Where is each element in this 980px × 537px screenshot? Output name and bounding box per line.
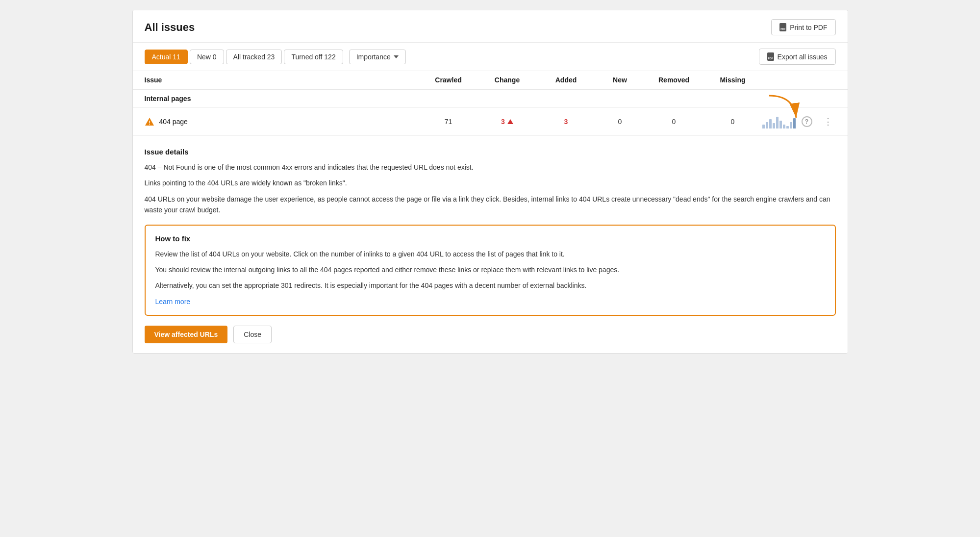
col-added: Added	[537, 76, 596, 84]
page-header: All issues Print to PDF	[133, 10, 848, 43]
how-to-fix-paragraph-2: You should review the internal outgoing …	[155, 264, 825, 275]
tab-turned-off[interactable]: Turned off 122	[284, 50, 343, 64]
col-new: New	[596, 76, 645, 84]
chevron-down-icon	[394, 55, 399, 58]
action-buttons: View affected URLs Close	[145, 326, 836, 343]
detail-paragraph-3: 404 URLs on your website damage the user…	[145, 194, 836, 216]
col-crawled: Crawled	[419, 76, 478, 84]
sparkline-bar	[783, 125, 785, 128]
sparkline-bar	[790, 122, 792, 128]
detail-panel: Issue details 404 – Not Found is one of …	[133, 136, 848, 353]
table-row[interactable]: ! 404 page 71 3 3 0 0 0 ? ⋮	[133, 108, 848, 136]
export-all-issues-button[interactable]: Export all issues	[759, 49, 836, 65]
cell-missing: 0	[704, 118, 762, 126]
page-container: All issues Print to PDF Actual 11 New 0 …	[132, 10, 848, 354]
cell-removed: 0	[645, 118, 704, 126]
section-internal-pages: Internal pages	[133, 90, 848, 108]
how-to-fix-box: How to fix Review the list of 404 URLs o…	[145, 225, 836, 316]
issue-name-cell: ! 404 page	[145, 117, 419, 127]
table-header: Issue Crawled Change Added New Removed M…	[133, 71, 848, 90]
learn-more-link[interactable]: Learn more	[155, 298, 191, 306]
importance-dropdown[interactable]: Importance	[349, 50, 406, 64]
close-button[interactable]: Close	[233, 326, 272, 343]
how-to-fix-title: How to fix	[155, 234, 825, 243]
svg-text:!: !	[149, 120, 151, 126]
col-sparkline	[762, 76, 802, 84]
print-to-pdf-button[interactable]: Print to PDF	[771, 19, 835, 35]
pdf-icon	[779, 23, 786, 31]
issue-row-wrapper: ! 404 page 71 3 3 0 0 0 ? ⋮	[133, 108, 848, 136]
cell-crawled: 71	[419, 118, 478, 126]
cell-change: 3	[478, 118, 537, 126]
sparkline-bar	[786, 126, 789, 128]
how-to-fix-paragraph-3: Alternatively, you can set the appropria…	[155, 280, 825, 291]
col-help	[802, 76, 821, 84]
warning-icon: !	[145, 117, 154, 127]
detail-paragraph-2: Links pointing to the 404 URLs are widel…	[145, 178, 836, 188]
sparkline-bar	[762, 125, 765, 128]
col-more	[821, 76, 836, 84]
detail-title: Issue details	[145, 148, 836, 156]
detail-paragraph-1: 404 – Not Found is one of the most commo…	[145, 162, 836, 173]
col-issue: Issue	[145, 76, 419, 84]
cell-added: 3	[537, 118, 596, 126]
tab-all-tracked[interactable]: All tracked 23	[226, 50, 282, 64]
export-pdf-icon	[767, 52, 774, 61]
orange-arrow-icon	[764, 93, 804, 123]
sparkline-bar	[766, 122, 768, 128]
sparkline-bar	[773, 123, 775, 128]
page-title: All issues	[145, 21, 195, 34]
cell-new: 0	[596, 118, 645, 126]
tab-new[interactable]: New 0	[190, 50, 224, 64]
tabs-bar: Actual 11 New 0 All tracked 23 Turned of…	[133, 43, 848, 71]
tab-actual[interactable]: Actual 11	[145, 50, 188, 64]
how-to-fix-paragraph-1: Review the list of 404 URLs on your webs…	[155, 249, 825, 259]
view-affected-urls-button[interactable]: View affected URLs	[145, 326, 228, 343]
col-change: Change	[478, 76, 537, 84]
up-triangle-icon	[507, 119, 513, 124]
col-removed: Removed	[645, 76, 704, 84]
col-missing: Missing	[704, 76, 762, 84]
more-options-icon[interactable]: ⋮	[821, 116, 836, 127]
